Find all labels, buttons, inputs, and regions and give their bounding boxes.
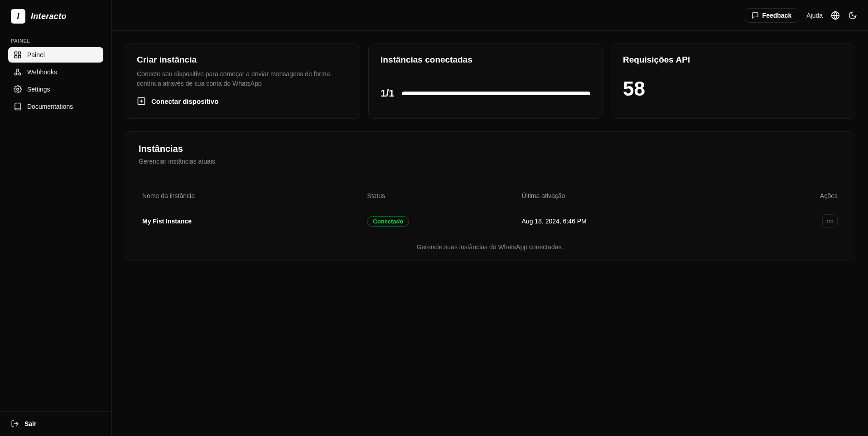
theme-toggle-button[interactable] — [848, 11, 857, 20]
col-last: Última ativação — [518, 188, 750, 206]
instances-title: Instâncias — [139, 144, 841, 154]
progress-fill — [402, 92, 590, 95]
api-requests-value: 58 — [623, 78, 843, 100]
cell-status: Conectado — [363, 206, 518, 237]
create-instance-card: Criar instância Conecte seu dispositivo … — [125, 44, 360, 119]
table-row: My Fist Instance Conectado Aug 18, 2024,… — [139, 206, 841, 237]
svg-point-19 — [832, 222, 833, 223]
sidebar-item-label: Webhooks — [27, 68, 57, 76]
svg-rect-2 — [14, 56, 17, 58]
svg-point-15 — [829, 220, 830, 221]
svg-point-16 — [832, 220, 833, 221]
card-title: Requisições API — [623, 55, 843, 65]
svg-rect-1 — [19, 52, 21, 54]
instances-subtitle: Gerenciar instâncias atuais — [139, 158, 841, 165]
svg-rect-3 — [19, 56, 21, 58]
logout-label: Sair — [24, 420, 36, 427]
connect-device-label: Conectar dispositivo — [151, 97, 218, 105]
connect-device-button[interactable]: Conectar dispositivo — [137, 97, 218, 106]
logout-button[interactable]: Sair — [11, 420, 101, 428]
language-button[interactable] — [831, 11, 840, 20]
moon-icon — [848, 11, 857, 20]
sidebar-item-webhooks[interactable]: Webhooks — [8, 64, 103, 80]
logo-text: Interacto — [31, 12, 67, 21]
col-status: Status — [363, 188, 518, 206]
svg-point-14 — [827, 220, 828, 221]
connected-instances-card: Instâncias conectadas 1/1 — [368, 44, 603, 119]
svg-point-4 — [14, 73, 17, 75]
content: Criar instância Conecte seu dispositivo … — [112, 31, 868, 274]
api-requests-card: Requisições API 58 — [611, 44, 855, 119]
sidebar: I Interacto PAINEL Painel Webhooks Setti… — [0, 0, 112, 436]
card-description: Conecte seu dispositivo para começar a e… — [137, 69, 348, 88]
sidebar-item-label: Settings — [27, 86, 50, 93]
row-actions-button[interactable] — [822, 214, 838, 228]
svg-point-5 — [19, 73, 21, 75]
feedback-label: Feedback — [762, 12, 792, 19]
grip-icon — [826, 218, 834, 224]
logout-icon — [11, 420, 19, 428]
main: Feedback Ajuda Criar instância Conecte s… — [112, 0, 868, 436]
sidebar-item-label: Painel — [27, 51, 45, 58]
svg-point-18 — [829, 222, 830, 223]
help-link[interactable]: Ajuda — [806, 12, 823, 19]
message-icon — [752, 12, 759, 19]
card-title: Instâncias conectadas — [381, 55, 590, 65]
sidebar-item-settings[interactable]: Settings — [8, 82, 103, 97]
svg-rect-0 — [14, 52, 17, 54]
sidebar-item-documentations[interactable]: Documentations — [8, 99, 103, 114]
status-badge: Conectado — [367, 216, 409, 227]
globe-icon — [831, 11, 840, 20]
feedback-button[interactable]: Feedback — [745, 8, 799, 23]
webhook-icon — [14, 68, 22, 76]
book-icon — [14, 102, 22, 111]
table-footer-note: Gerencie suas instâncias do WhatsApp con… — [139, 236, 841, 251]
sidebar-item-label: Documentations — [27, 103, 73, 110]
gear-icon — [14, 85, 22, 93]
dashboard-icon — [14, 51, 22, 59]
instances-card: Instâncias Gerenciar instâncias atuais N… — [125, 131, 855, 261]
sidebar-section-label: PAINEL — [0, 33, 111, 47]
svg-point-17 — [827, 222, 828, 223]
sidebar-footer: Sair — [0, 411, 111, 436]
plus-square-icon — [137, 97, 146, 106]
logo-mark: I — [11, 9, 25, 24]
sidebar-nav: Painel Webhooks Settings Documentations — [0, 47, 111, 114]
topbar: Feedback Ajuda — [112, 0, 868, 31]
sidebar-item-painel[interactable]: Painel — [8, 47, 103, 63]
card-title: Criar instância — [137, 55, 348, 65]
cell-instance-name: My Fist Instance — [139, 206, 363, 237]
instances-table: Nome da instância Status Última ativação… — [139, 188, 841, 236]
summary-cards-row: Criar instância Conecte seu dispositivo … — [125, 44, 855, 119]
col-actions: Ações — [750, 188, 841, 206]
logo[interactable]: I Interacto — [0, 0, 111, 33]
progress-bar — [402, 92, 590, 95]
svg-point-7 — [17, 88, 19, 91]
connected-ratio: 1/1 — [381, 87, 395, 99]
col-name: Nome da instância — [139, 188, 363, 206]
cell-last-activation: Aug 18, 2024, 6:46 PM — [518, 206, 750, 237]
